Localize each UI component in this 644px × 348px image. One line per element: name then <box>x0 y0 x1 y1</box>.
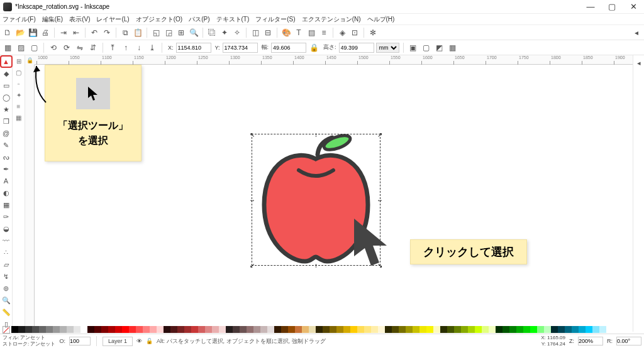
palette-swatch[interactable] <box>157 326 164 333</box>
palette-swatch[interactable] <box>11 326 18 333</box>
selector-icon[interactable]: ⊡ <box>349 27 360 38</box>
palette-swatch[interactable] <box>101 326 108 333</box>
opacity-input[interactable] <box>69 337 91 345</box>
minimize-button[interactable]: — <box>580 0 601 14</box>
pencil-tool[interactable]: ✎ <box>1 140 11 150</box>
palette-swatch[interactable] <box>558 326 565 333</box>
palette-swatch[interactable] <box>413 326 419 333</box>
x-input[interactable] <box>176 43 211 53</box>
palette-swatch[interactable] <box>461 326 468 333</box>
palette-swatch[interactable] <box>212 326 219 333</box>
zoom-input[interactable] <box>578 337 603 345</box>
unit-select[interactable]: mm <box>376 43 399 53</box>
transform-icon[interactable]: ◈ <box>336 27 348 38</box>
sel-layers-icon[interactable]: ▨ <box>15 42 26 53</box>
lock-ratio-icon[interactable]: 🔒 <box>308 42 319 53</box>
lower-bot-icon[interactable]: ⤓ <box>147 42 158 53</box>
palette-swatch[interactable] <box>475 326 482 333</box>
palette-swatch[interactable] <box>18 326 25 333</box>
snap-align-icon[interactable]: ≡ <box>14 102 23 111</box>
snap-bbox-icon[interactable]: ▢ <box>14 68 23 77</box>
palette-swatch[interactable] <box>253 326 260 333</box>
palette-swatch[interactable] <box>364 326 371 333</box>
save-icon[interactable]: 💾 <box>27 27 38 38</box>
palette-swatch[interactable] <box>177 326 184 333</box>
palette-swatch[interactable] <box>336 326 343 333</box>
palette-swatch[interactable] <box>122 326 129 333</box>
palette-swatch[interactable] <box>523 326 530 333</box>
palette-swatch[interactable] <box>74 326 80 333</box>
paintbucket-tool[interactable]: ◒ <box>1 224 11 234</box>
rect-tool[interactable]: ▭ <box>1 80 11 90</box>
palette-swatch[interactable] <box>406 326 413 333</box>
palette-swatch[interactable] <box>94 326 101 333</box>
palette-swatch[interactable] <box>219 326 226 333</box>
palette-swatch[interactable] <box>516 326 523 333</box>
fillstroke-icon[interactable]: 🎨 <box>280 27 292 38</box>
redo-icon[interactable]: ↷ <box>101 27 113 38</box>
palette-swatch[interactable] <box>191 326 198 333</box>
star-tool[interactable]: ★ <box>1 104 11 114</box>
palette-swatch[interactable] <box>551 326 558 333</box>
prefs-icon[interactable]: ✻ <box>367 27 379 38</box>
palette-swatch[interactable] <box>150 326 157 333</box>
snap-other-icon[interactable]: ✦ <box>14 90 23 99</box>
copy-icon[interactable]: ⧉ <box>119 27 131 38</box>
undo-icon[interactable]: ↶ <box>89 27 100 38</box>
menu-text[interactable]: テキスト(T) <box>216 15 250 24</box>
visibility-icon[interactable]: 👁 <box>136 338 142 344</box>
canvas[interactable]: 「選択ツール」 を選択 ↖ ↕ ↗ ↔ ↔ ↙ ↕ ↘ <box>35 65 633 332</box>
palette-swatch[interactable] <box>586 326 592 333</box>
flip-h-icon[interactable]: ⇋ <box>74 42 86 53</box>
affect-corners-icon[interactable]: ▢ <box>421 42 432 53</box>
palette-swatch[interactable] <box>115 326 122 333</box>
layer-selector[interactable]: Layer 1 <box>103 337 133 346</box>
palette-swatch[interactable] <box>502 326 509 333</box>
h-input[interactable] <box>339 43 374 53</box>
palette-swatch[interactable] <box>164 326 170 333</box>
palette-swatch[interactable] <box>32 326 39 333</box>
palette-swatch[interactable] <box>599 326 606 333</box>
ellipse-tool[interactable]: ◯ <box>1 92 11 102</box>
snap-node-icon[interactable]: ◦ <box>14 79 23 88</box>
export-icon[interactable]: ⇤ <box>70 27 82 38</box>
palette-swatch[interactable] <box>399 326 406 333</box>
palette-swatch[interactable] <box>198 326 205 333</box>
menu-view[interactable]: 表示(V) <box>69 15 90 24</box>
palette-swatch[interactable] <box>136 326 143 333</box>
palette-swatch[interactable] <box>25 326 32 333</box>
zoom-sel-icon[interactable]: ◱ <box>150 27 162 38</box>
palette-none-swatch[interactable] <box>3 326 10 334</box>
3dbox-tool[interactable]: ❒ <box>1 116 11 126</box>
snap-grid-icon[interactable]: ▦ <box>14 113 23 122</box>
rotation-input[interactable] <box>616 337 641 345</box>
ungroup-icon[interactable]: ⊟ <box>262 27 274 38</box>
selection-tool[interactable]: ▲ <box>1 57 11 67</box>
palette-swatch[interactable] <box>544 326 551 333</box>
palette-swatch[interactable] <box>302 326 309 333</box>
clone-icon[interactable]: ✦ <box>219 27 230 38</box>
lower-icon[interactable]: ↓ <box>133 42 145 53</box>
affect-gradient-icon[interactable]: ◩ <box>434 42 445 53</box>
palette-swatch[interactable] <box>226 326 233 333</box>
palette-swatch[interactable] <box>247 326 253 333</box>
palette-swatch[interactable] <box>295 326 302 333</box>
dock-toggle-icon[interactable]: ◂ <box>634 58 644 68</box>
menu-filter[interactable]: フィルター(S) <box>255 15 295 24</box>
palette-swatch[interactable] <box>274 326 281 333</box>
palette-swatch[interactable] <box>184 326 191 333</box>
handle-nw[interactable]: ↖ <box>250 131 255 138</box>
import-icon[interactable]: ⇥ <box>58 27 69 38</box>
close-button[interactable]: ✕ <box>623 0 644 14</box>
menu-bar[interactable]: ファイル(F) 編集(E) 表示(V) レイヤー(L) オブジェクト(O) パス… <box>0 14 644 25</box>
spiral-tool[interactable]: @ <box>1 128 11 138</box>
palette-swatch[interactable] <box>129 326 136 333</box>
menu-path[interactable]: パス(P) <box>189 15 209 24</box>
palette-swatch[interactable] <box>260 326 267 333</box>
lock-layer-icon[interactable]: 🔓 <box>146 338 153 344</box>
measure-tool[interactable]: 📏 <box>1 307 11 317</box>
palette-swatch[interactable] <box>426 326 433 333</box>
palette-swatch[interactable] <box>572 326 579 333</box>
zoom-draw-icon[interactable]: ◲ <box>163 27 174 38</box>
palette-swatch[interactable] <box>143 326 150 333</box>
